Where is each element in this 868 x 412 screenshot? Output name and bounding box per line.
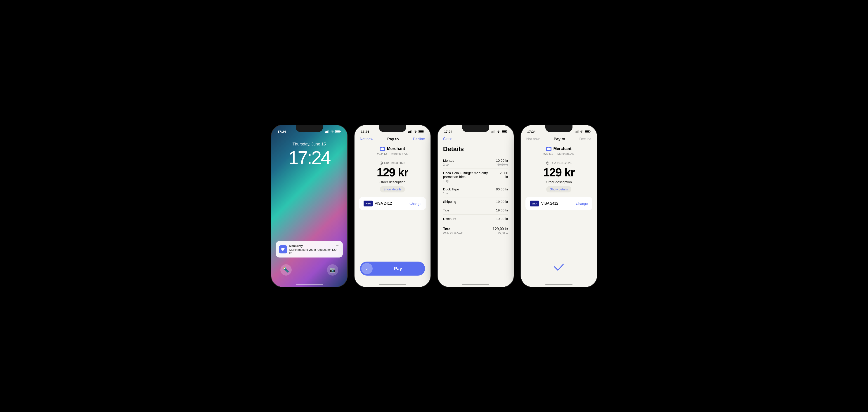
- merchant-icon: [380, 147, 385, 151]
- wifi-icon: [330, 130, 334, 133]
- card-info: VISA VISA 2412: [364, 201, 409, 206]
- decline-button-muted: Decline: [579, 137, 591, 141]
- home-indicator: [296, 284, 323, 285]
- svg-rect-20: [492, 131, 493, 133]
- svg-rect-34: [548, 149, 550, 150]
- notification-banner[interactable]: MobilePay now Merchant sent you a reques…: [276, 241, 343, 258]
- phone-pay1: 17:24 Not now Pay to Decline Merchant #2…: [354, 125, 431, 287]
- battery-icon: [335, 130, 341, 133]
- details-nav: Close: [438, 135, 514, 144]
- notif-time: now: [335, 244, 339, 246]
- svg-rect-25: [507, 131, 507, 132]
- signal-icon: [492, 130, 495, 133]
- svg-rect-24: [502, 131, 506, 132]
- merchant-icon2: [546, 147, 552, 151]
- svg-point-8: [284, 248, 284, 249]
- camera-button[interactable]: 📷: [327, 264, 338, 276]
- battery-icon: [502, 130, 507, 133]
- card-number2: VISA 2412: [541, 202, 558, 206]
- battery-icon: [418, 130, 424, 133]
- pay1-status-time: 17:24: [361, 130, 369, 134]
- lock-status-time: 17:24: [278, 130, 286, 134]
- svg-rect-1: [326, 131, 327, 133]
- detail-item-discount: Discount - 19,00 kr: [443, 215, 508, 223]
- merchant-sub: #23412 · Merchant AS: [377, 152, 408, 156]
- battery-icon: [585, 130, 591, 133]
- svg-rect-26: [575, 132, 576, 133]
- signal-icon: [325, 130, 329, 133]
- notif-header: MobilePay now: [289, 244, 340, 248]
- visa-logo2: VISA: [530, 201, 539, 206]
- pay2-card-section: VISA VISA 2412 Change: [525, 197, 592, 210]
- pay1-card-section: VISA VISA 2412 Change: [359, 197, 426, 210]
- show-details-button[interactable]: Show details: [380, 186, 405, 193]
- pay2-nav: Not now Pay to Decline: [521, 135, 597, 144]
- notif-app-icon: [279, 245, 287, 253]
- status-icons-details: [492, 130, 507, 133]
- pay1-nav: Not now Pay to Decline: [354, 135, 431, 144]
- decline-button[interactable]: Decline: [413, 137, 425, 141]
- detail-item-mentos: Mentos 2 stk 10,00 kr 20,00 kr: [443, 156, 508, 169]
- clock-icon2: [546, 162, 549, 165]
- detail-item-tips: Tips 19,00 kr: [443, 206, 508, 215]
- detail-total-section: Total With 25 % VAT 129,00 kr 25,80 kr: [438, 223, 514, 237]
- notif-app-name: MobilePay: [289, 244, 303, 247]
- merchant-sub2: #23412 · Merchant AS: [544, 152, 574, 156]
- detail-item-shipping: Shipping 19,00 kr: [443, 197, 508, 206]
- svg-rect-21: [494, 131, 494, 133]
- not-now-button-muted: Not now: [526, 137, 540, 141]
- flashlight-button[interactable]: 🔦: [280, 264, 292, 276]
- change-card-button[interactable]: Change: [409, 202, 422, 206]
- pay-slider[interactable]: › Pay: [360, 262, 425, 276]
- svg-rect-14: [419, 131, 423, 132]
- svg-rect-28: [577, 131, 578, 133]
- svg-rect-11: [410, 131, 411, 133]
- svg-rect-31: [585, 131, 589, 132]
- details-status-time: 17:24: [444, 130, 453, 134]
- card-number: VISA 2412: [375, 202, 392, 206]
- signal-icon: [408, 130, 412, 133]
- details-title: Details: [438, 144, 514, 156]
- svg-rect-12: [411, 130, 412, 133]
- details-list: Mentos 2 stk 10,00 kr 20,00 kr Coca Cola…: [438, 156, 514, 223]
- svg-rect-10: [409, 131, 410, 133]
- checkmark-container: [521, 262, 597, 273]
- lock-time: 17:24: [288, 148, 330, 167]
- merchant-name: Merchant: [387, 146, 405, 151]
- visa-logo: VISA: [364, 201, 373, 206]
- status-bar-details: 17:24: [438, 125, 514, 135]
- wifi-icon: [413, 130, 417, 133]
- change-card-button2[interactable]: Change: [576, 202, 588, 206]
- svg-rect-17: [382, 149, 383, 150]
- close-button[interactable]: Close: [443, 137, 453, 141]
- not-now-button[interactable]: Not now: [360, 137, 373, 141]
- svg-rect-6: [340, 131, 341, 132]
- home-indicator: [379, 284, 406, 285]
- notif-text: Merchant sent you a request for 129 kr.: [289, 248, 340, 255]
- svg-rect-32: [590, 131, 590, 132]
- svg-rect-3: [328, 130, 329, 133]
- home-indicator2: [545, 284, 572, 285]
- pay-slider-thumb: ›: [361, 263, 373, 274]
- signal-icon: [575, 130, 579, 133]
- status-bar-pay1: 17:24: [354, 125, 431, 135]
- status-bar-lock: 17:24: [271, 125, 347, 135]
- status-icons-lock: [325, 130, 341, 133]
- pay2-merchant: Merchant #23412 · Merchant AS: [521, 144, 597, 159]
- total-row: Total With 25 % VAT 129,00 kr 25,80 kr: [443, 225, 508, 237]
- pay2-status-time: 17:24: [527, 130, 536, 134]
- status-icons-pay1: [408, 130, 424, 133]
- svg-rect-22: [494, 130, 495, 133]
- payment-checkmark: [553, 262, 565, 273]
- show-details-button2[interactable]: Show details: [546, 186, 571, 193]
- svg-rect-2: [327, 131, 328, 133]
- pay-title: Pay to: [387, 137, 399, 141]
- store-icon2: [547, 147, 551, 150]
- phone-lockscreen: 17:24 Thursday, June 15 17:24 MobilePay …: [271, 125, 348, 287]
- home-indicator: [462, 284, 489, 285]
- pay2-amount: 129 kr: [521, 166, 597, 179]
- checkmark-icon: [553, 262, 565, 271]
- pay2-description: Order description: [521, 180, 597, 184]
- clock-icon: [380, 162, 383, 165]
- notif-content: MobilePay now Merchant sent you a reques…: [289, 244, 340, 255]
